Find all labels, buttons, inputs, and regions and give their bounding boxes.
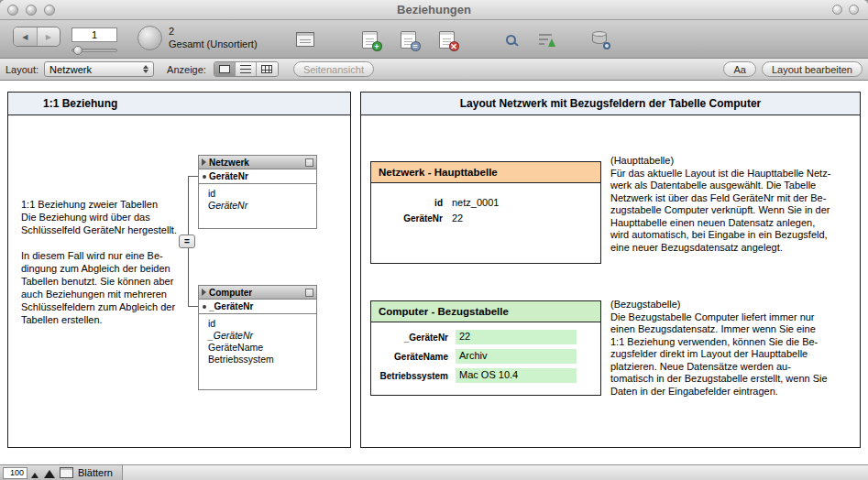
field-row: GeräteName Archiv [371,349,600,364]
horizontal-scrollbar[interactable] [123,465,868,480]
key-field-row: _GeräteNr [199,300,316,314]
record-total-count: 2 [169,25,258,38]
record-slider-knob[interactable] [73,46,82,55]
haupttabelle-note: (Haupttabelle) Für das aktuelle Layout i… [610,155,854,254]
mode-popup[interactable]: Blättern [78,467,113,478]
collapse-button-icon [305,289,313,297]
field-value[interactable]: netz_0001 [452,197,499,208]
diagram-table-titlebar: Netzwerk [199,156,316,169]
view-label: Anzeige: [167,64,206,75]
relation-operator-box: = [179,235,195,248]
layout-dropdown[interactable]: Netzwerk [44,61,154,77]
view-mode-segmented-control [214,61,279,77]
list-view-button[interactable] [236,62,257,76]
field-label: GeräteName [371,352,456,362]
database-icon [592,31,609,48]
zoom-window-icon[interactable] [44,5,55,16]
duplicate-record-button[interactable]: = [394,27,422,52]
related-field-value[interactable]: 22 [456,330,577,344]
disclosure-arrow-icon [202,158,206,166]
connector-line [188,306,198,307]
preview-button[interactable]: Seitenansicht [293,61,374,77]
title-bar: Beziehungen [0,0,868,20]
zoom-in-button[interactable] [42,466,57,480]
zoom-in-icon [44,470,55,478]
titlebar-extra-button-1[interactable] [832,5,842,15]
field-row: GeräteNr 22 [371,213,600,224]
edit-layout-button[interactable]: Layout bearbeiten [762,61,863,77]
key-bullet-icon [203,305,206,309]
related-field-value[interactable]: Mac OS 10.4 [456,368,577,383]
layout-content: 1:1 Beziehung 1:1 Beziehung zweier Tabel… [0,81,868,464]
field-label: _GeräteNr [371,333,456,343]
form-view-icon [219,65,230,73]
right-panel-title: Layout Netzwerk mit Bezugsfeldern der Ta… [361,93,860,115]
layout-example-panel: Layout Netzwerk mit Bezugsfeldern der Ta… [360,92,861,448]
table-view-icon [261,65,272,73]
bottom-status-bar: 100 Blättern [0,464,868,480]
zoom-level[interactable]: 100 [3,467,27,479]
left-panel-title: 1:1 Beziehung [8,93,350,115]
zoom-out-icon [31,473,38,478]
field-row: id netz_0001 [371,197,600,208]
haupttabelle-body: id netz_0001 GeräteNr 22 [370,183,601,264]
field-name: GeräteName [208,342,313,354]
bezugstabelle-box: Computer - Bezugstabelle _GeräteNr 22 Ge… [370,300,601,396]
field-name: Betriebssystem [208,354,313,365]
sort-button[interactable] [533,27,561,52]
layouts-button[interactable] [291,27,319,52]
haupttabelle-header: Netzwerk - Haupttabelle [370,161,601,183]
record-dial-icon[interactable] [137,26,162,50]
status-toolbar: ◀ ▶ 2 Gesamt (Unsortiert) + = ✕ [0,20,868,59]
sort-icon [539,32,555,47]
field-value[interactable]: 22 [452,213,463,224]
field-row: Betriebssystem Mac OS 10.4 [371,368,600,383]
titlebar-buttons [832,5,868,15]
manage-database-button[interactable] [587,27,614,52]
form-view-button[interactable] [214,62,236,76]
duplicate-record-icon: = [401,31,416,49]
diagram-table-netzwerk: Netzwerk GeräteNr id GeräteNr [198,155,317,229]
diagram-table-name: Computer [209,288,302,298]
field-name: id [208,188,313,200]
field-label: GeräteNr [371,213,452,224]
previous-record-button[interactable]: ◀ [14,27,38,46]
list-view-icon [240,65,251,73]
connector-line [188,176,198,177]
key-bullet-icon [203,175,206,179]
record-navigation-book[interactable]: ◀ ▶ [13,27,60,47]
related-field-value[interactable]: Archiv [456,349,577,364]
haupttabelle-box: Netzwerk - Haupttabelle id netz_0001 Ger… [370,161,601,264]
status-area-toggle-icon[interactable] [60,467,73,478]
table-view-button[interactable] [257,62,278,76]
disclosure-arrow-icon [202,289,206,296]
dropdown-arrows-icon [143,65,148,73]
close-icon[interactable] [7,5,18,16]
field-list: id _GeräteNr GeräteName Betriebssystem [199,314,316,389]
current-record-input[interactable] [71,27,117,42]
key-field-row: GeräteNr [199,169,316,184]
zoom-out-button[interactable] [27,466,42,480]
field-name: id [208,318,313,330]
collapse-button-icon [305,158,313,167]
format-button[interactable]: Aa [723,61,755,77]
relationship-description: 1:1 Beziehung zweier Tabellen Die Bezieh… [21,198,195,326]
delete-record-button[interactable]: ✕ [433,27,460,52]
layout-label: Layout: [5,64,38,75]
minimize-icon[interactable] [26,5,37,16]
key-field-name: GeräteNr [209,171,248,181]
diagram-table-computer: Computer _GeräteNr id _GeräteNr GeräteNa… [198,285,317,390]
bezugstabelle-note: (Bezugstabelle) Die Bezugstabelle Comput… [610,299,854,398]
filemaker-window: Beziehungen ◀ ▶ 2 Gesamt (Unsortiert) + [0,0,868,480]
record-totals: 2 Gesamt (Unsortiert) [169,25,258,50]
record-slider[interactable] [71,49,117,52]
field-label: id [371,198,452,208]
next-record-button[interactable]: ▶ [38,27,60,46]
find-button[interactable] [497,27,524,52]
new-record-button[interactable]: + [356,27,383,52]
titlebar-extra-button-2[interactable] [849,5,859,15]
record-total-label: Gesamt (Unsortiert) [169,38,258,50]
bezugstabelle-header: Computer - Bezugstabelle [370,300,601,322]
search-icon [506,35,516,45]
window-title: Beziehungen [0,3,868,16]
